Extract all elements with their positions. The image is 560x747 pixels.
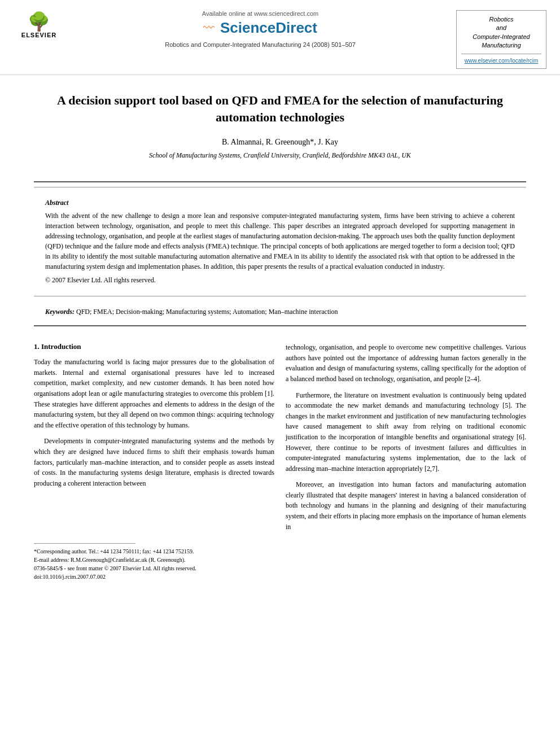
keywords-line: Keywords: QFD; FMEA; Decision-making; Ma… [45,308,515,316]
keywords-section: Keywords: QFD; FMEA; Decision-making; Ma… [0,301,560,321]
right-para3: Moreover, an investigation into human fa… [286,479,526,532]
footnote-license: 0736-5845/$ - see front matter © 2007 El… [34,564,526,573]
elsevier-logo: 🌳 ELSEVIER [14,12,64,38]
footnote-doi: doi:10.1016/j.rcim.2007.07.002 [34,573,526,581]
journal-sidebar-title: Robotics and Computer-Integrated Manufac… [461,15,541,50]
authors: B. Almannai, R. Greenough*, J. Kay [45,138,515,147]
copyright: © 2007 Elsevier Ltd. All rights reserved… [45,276,515,285]
intro-heading: 1. Introduction [34,342,274,351]
journal-sidebar-box: Robotics and Computer-Integrated Manufac… [456,10,546,69]
sciencedirect-label: ScienceDirect [220,19,317,37]
title-section: A decision support tool based on QFD and… [0,75,560,177]
abstract-text: With the advent of the new challenge to … [45,211,515,272]
header-center: Available online at www.sciencedirect.co… [64,10,456,48]
footnote-area: *Corresponding author. Tel.: +44 1234 75… [0,538,560,581]
right-para1: technology, organisation, and people to … [286,342,526,384]
available-online-text: Available online at www.sciencedirect.co… [202,10,318,17]
elsevier-brand: ELSEVIER [21,32,56,38]
elsevier-tree-icon: 🌳 [28,12,50,30]
keywords-label: Keywords: [45,308,75,316]
page-header: 🌳 ELSEVIER Available online at www.scien… [0,0,560,75]
main-content: 1. Introduction Today the manufacturing … [0,331,560,538]
right-column: technology, organisation, and people to … [286,342,526,538]
keywords-text: QFD; FMEA; Decision-making; Manufacturin… [76,308,338,316]
intro-para2: Developments in computer-integrated manu… [34,436,274,488]
journal-name: Robotics and Computer-Integrated Manufac… [165,41,356,48]
abstract-label: Abstract [45,199,515,207]
affiliation: School of Manufacturing Systems, Cranfie… [45,151,515,160]
sciencedirect-logo: 〰 ScienceDirect [203,19,317,37]
abstract-section: Abstract With the advent of the new chal… [0,192,560,291]
sciencedirect-bird-icon: 〰 [203,21,215,34]
intro-para1: Today the manufacturing world is facing … [34,357,274,430]
footnote-corresponding: *Corresponding author. Tel.: +44 1234 75… [34,547,526,556]
page: 🌳 ELSEVIER Available online at www.scien… [0,0,560,747]
paper-title: A decision support tool based on QFD and… [45,92,515,127]
journal-link[interactable]: www.elsevier.com/locate/rcim [461,58,541,64]
footnote-email: E-mail address: R.M.Greenough@Cranfield.… [34,556,526,564]
right-para2: Furthermore, the literature on investmen… [286,390,526,474]
left-column: 1. Introduction Today the manufacturing … [34,342,274,538]
